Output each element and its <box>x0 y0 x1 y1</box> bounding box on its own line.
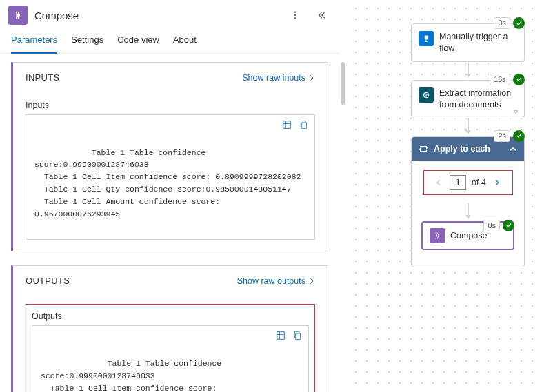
svg-rect-9 <box>425 36 428 40</box>
chevron-right-icon <box>308 74 315 81</box>
node2-label: Extract information from documents <box>439 87 517 111</box>
compose-time: 0s <box>483 220 500 231</box>
inputs-section: INPUTS Show raw inputs Inputs Table 1 Ta… <box>11 62 328 251</box>
inputs-code-text: Table 1 Table confidence score:0.9990000… <box>34 148 301 218</box>
flow-node-apply-to-each[interactable]: Apply to each of 4 0s Compose <box>411 136 525 267</box>
compose-action-icon <box>8 6 28 25</box>
chevron-right-icon <box>308 278 315 285</box>
svg-point-1 <box>294 14 296 16</box>
scrollbar-track[interactable] <box>339 0 348 392</box>
svg-rect-3 <box>283 121 291 129</box>
outputs-code-text: Table 1 Table confidence score:0.9990000… <box>41 359 298 392</box>
collapse-panel-icon[interactable] <box>312 6 331 25</box>
details-panel: Compose Parameters Settings Code view Ab… <box>0 0 339 392</box>
outputs-title: OUTPUTS <box>26 276 70 286</box>
success-status-icon <box>513 74 525 85</box>
svg-rect-8 <box>296 333 301 339</box>
outputs-section: OUTPUTS Show raw outputs Outputs Table 1… <box>11 265 328 392</box>
inputs-sublabel: Inputs <box>26 101 315 110</box>
inputs-title: INPUTS <box>26 72 59 83</box>
copy-icon[interactable] <box>292 330 303 341</box>
link-icon <box>512 108 520 115</box>
panel-header: Compose <box>0 0 339 30</box>
tab-about[interactable]: About <box>173 30 197 53</box>
outputs-sublabel: Outputs <box>32 311 309 321</box>
loop-icon <box>419 144 428 154</box>
tab-code-view[interactable]: Code view <box>117 30 159 53</box>
copy-icon[interactable] <box>298 119 309 130</box>
svg-rect-5 <box>302 123 307 128</box>
flow-connector <box>468 118 469 131</box>
flow-connector <box>468 62 469 74</box>
trigger-icon <box>419 31 434 46</box>
success-status-icon <box>513 17 525 29</box>
compose-label: Compose <box>450 231 488 240</box>
flow-node-trigger[interactable]: Manually trigger a flow <box>411 23 525 62</box>
panel-title: Compose <box>34 10 279 21</box>
expand-icon[interactable] <box>275 330 286 341</box>
pager-input[interactable] <box>450 175 466 190</box>
outputs-highlight-box: Outputs Table 1 Table confidence score:0… <box>26 304 315 392</box>
apply-label: Apply to each <box>434 144 490 154</box>
svg-point-0 <box>294 11 296 12</box>
show-raw-inputs-link[interactable]: Show raw inputs <box>242 73 315 83</box>
node1-label: Manually trigger a flow <box>439 31 517 54</box>
show-raw-outputs-link[interactable]: Show raw outputs <box>237 276 315 286</box>
panel-content: INPUTS Show raw inputs Inputs Table 1 Ta… <box>0 54 339 392</box>
inputs-code-box: Table 1 Table confidence score:0.9990000… <box>26 114 315 240</box>
outputs-code-box: Table 1 Table confidence score:0.9990000… <box>32 325 309 392</box>
node1-time: 0s <box>494 17 510 29</box>
flow-connector <box>468 203 469 216</box>
success-status-icon <box>513 130 525 142</box>
pager-prev-icon[interactable] <box>433 177 444 188</box>
expand-icon[interactable] <box>281 119 292 130</box>
compose-action-icon <box>430 228 445 243</box>
node2-time: 16s <box>490 74 510 85</box>
tab-parameters[interactable]: Parameters <box>11 30 57 53</box>
flow-canvas[interactable]: 0s Manually trigger a flow 16s Extract i… <box>348 0 542 392</box>
svg-rect-6 <box>277 332 285 340</box>
svg-point-2 <box>294 17 296 19</box>
flow-node-extract[interactable]: Extract information from documents <box>411 80 525 118</box>
scrollbar-thumb[interactable] <box>341 62 345 105</box>
chevron-up-icon[interactable] <box>509 145 517 153</box>
more-menu-icon[interactable] <box>285 6 305 25</box>
success-status-icon <box>503 220 514 231</box>
tabs: Parameters Settings Code view About <box>0 30 339 54</box>
tab-settings[interactable]: Settings <box>71 30 103 53</box>
pager-total: of 4 <box>472 178 486 187</box>
pager-next-icon[interactable] <box>492 177 503 188</box>
iteration-pager: of 4 <box>423 170 513 195</box>
ai-builder-icon <box>419 87 434 103</box>
apply-time: 2s <box>494 130 510 142</box>
